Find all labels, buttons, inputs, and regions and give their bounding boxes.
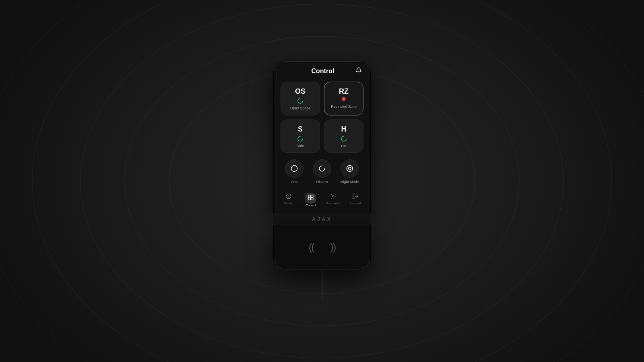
svg-point-32 [347, 166, 353, 172]
zone-button-s[interactable]: S Safe [281, 119, 320, 153]
svg-line-9 [322, 80, 644, 181]
device: Control OS [274, 61, 370, 301]
nav-scenarios[interactable]: Scenarios [322, 191, 345, 209]
svg-rect-43 [308, 198, 310, 200]
svg-point-31 [291, 166, 297, 172]
ajax-brand-bar: AJAX [274, 213, 370, 225]
phone-body-bottom: (( )) [274, 225, 370, 269]
nav-logout-label: Log out [350, 202, 361, 205]
nfc-wave-right: )) [330, 241, 335, 253]
actions-row: Arm Disarm [274, 157, 370, 188]
zone-arc-hr [340, 135, 347, 142]
zone-arc-s [297, 135, 304, 142]
zone-button-rz[interactable]: RZ Restricted Zone [324, 82, 363, 115]
bell-icon[interactable] [355, 67, 362, 75]
svg-rect-44 [311, 198, 313, 200]
night-mode-label: Night Mode [341, 180, 359, 184]
zone-abbr-os: OS [295, 88, 305, 95]
zone-label-os: Open Space [290, 106, 310, 111]
disarm-icon-wrap [313, 159, 331, 178]
nfc-wave-left: (( [309, 241, 314, 253]
zone-arc-os [297, 97, 304, 105]
arm-button[interactable]: Arm [281, 159, 308, 184]
device-scene: Control OS [274, 61, 370, 301]
zone-label-s: Safe [297, 144, 304, 149]
control-icon [308, 194, 314, 201]
svg-line-11 [322, 181, 644, 241]
zone-label-rz: Restricted Zone [331, 105, 357, 109]
zone-abbr-hr: H [341, 125, 347, 133]
zone-button-os[interactable]: OS Open Space [281, 82, 320, 115]
screen-header: Control [274, 62, 370, 79]
svg-rect-42 [311, 195, 313, 197]
zone-abbr-s: S [298, 125, 303, 133]
night-mode-button[interactable]: Night Mode [336, 159, 363, 184]
cable [322, 269, 323, 301]
nav-control-label: Control [305, 204, 316, 207]
ajax-logo: AJAX [312, 216, 332, 222]
svg-point-40 [288, 197, 289, 198]
zone-status-rz [342, 97, 345, 101]
nav-logout[interactable]: Log out [345, 191, 367, 209]
nav-panic-label: Panic [285, 202, 293, 205]
nav-panic[interactable]: Panic [277, 191, 300, 209]
phone-body-top: Control OS [274, 61, 370, 213]
svg-point-45 [332, 195, 334, 197]
disarm-button[interactable]: Disarm [308, 159, 336, 184]
zone-label-hr: HR [341, 144, 347, 149]
nav-scenarios-label: Scenarios [326, 202, 341, 205]
night-mode-icon-wrap [341, 159, 359, 178]
screen: Control OS [274, 62, 370, 213]
arm-label: Arm [291, 180, 298, 184]
nfc-reader: (( )) [309, 241, 336, 253]
bottom-nav: Panic Control [274, 188, 370, 213]
svg-line-13 [322, 181, 644, 362]
svg-rect-41 [308, 195, 310, 197]
control-icon-wrap [305, 193, 316, 204]
arm-icon-wrap [285, 159, 303, 178]
screen-title: Control [290, 68, 355, 75]
zone-abbr-rz: RZ [339, 88, 349, 95]
nav-control[interactable]: Control [300, 191, 322, 209]
logout-icon [352, 193, 359, 201]
panic-icon [285, 193, 292, 201]
night-mode-target-icon [346, 165, 354, 173]
svg-line-10 [322, 161, 644, 181]
zones-grid: OS Open Space RZ [274, 79, 370, 157]
disarm-arc-icon [318, 165, 326, 173]
arm-circle-icon [290, 165, 298, 173]
disarm-label: Disarm [316, 180, 328, 184]
scenarios-icon [330, 193, 336, 201]
zone-button-hr[interactable]: H HR [324, 119, 363, 153]
svg-point-33 [348, 167, 351, 170]
svg-line-8 [322, 0, 644, 181]
